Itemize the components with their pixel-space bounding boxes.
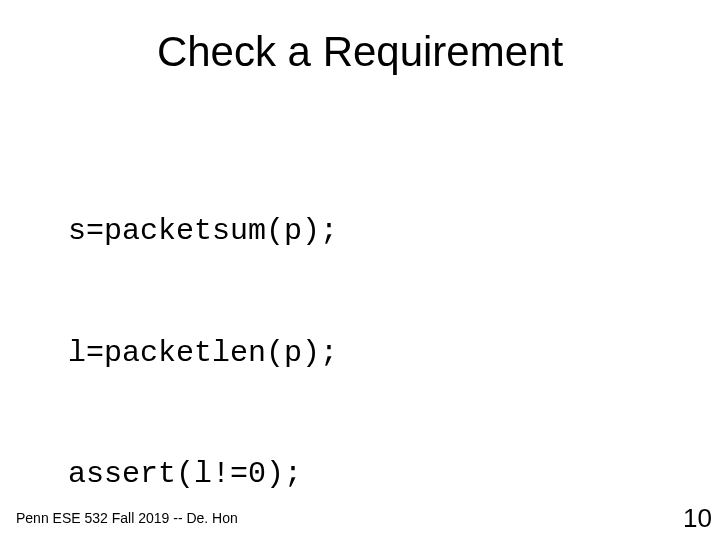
slide: Check a Requirement s=packetsum(p); l=pa…	[0, 0, 720, 540]
slide-title: Check a Requirement	[0, 28, 720, 76]
code-line: l=packetlen(p);	[68, 333, 356, 374]
code-line: assert(l!=0);	[68, 454, 356, 495]
page-number: 10	[683, 503, 712, 534]
code-line: s=packetsum(p);	[68, 211, 356, 252]
slide-footer: Penn ESE 532 Fall 2019 -- De. Hon	[16, 510, 238, 526]
code-block: s=packetsum(p); l=packetlen(p); assert(l…	[68, 130, 356, 540]
